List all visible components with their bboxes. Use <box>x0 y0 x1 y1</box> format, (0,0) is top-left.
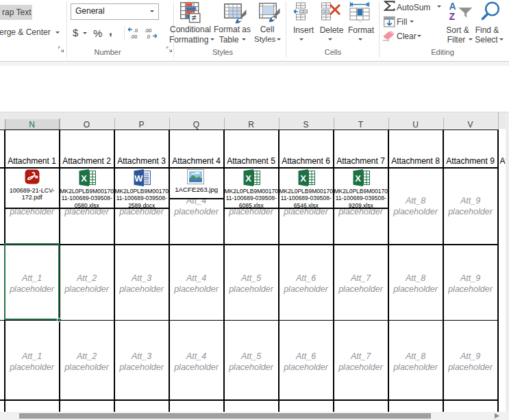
svg-text:.0: .0 <box>146 34 150 40</box>
svg-text:≠: ≠ <box>192 13 197 23</box>
svg-text:Z: Z <box>449 11 456 21</box>
svg-text:.00: .00 <box>130 34 137 40</box>
